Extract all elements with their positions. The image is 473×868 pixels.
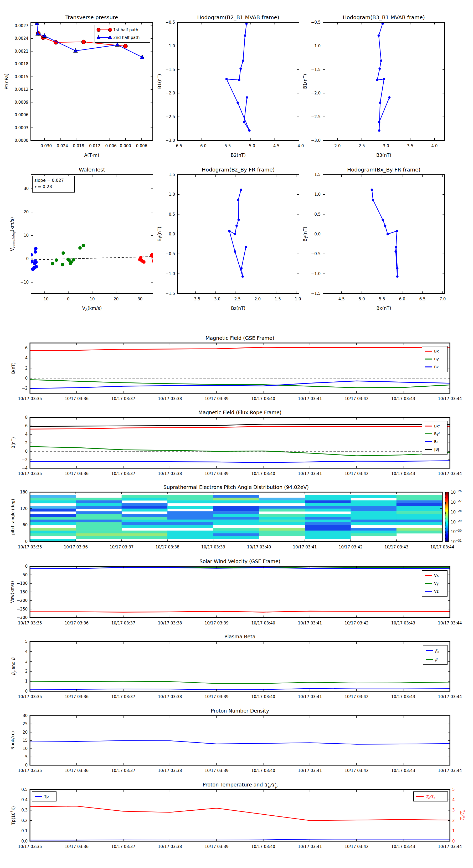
plot-area xyxy=(376,23,391,132)
y-tick-label: 3 xyxy=(25,659,28,664)
marker-dot xyxy=(376,79,378,81)
time-tick-label: 10/17 03:43 xyxy=(391,694,415,699)
legend: VxVyVz xyxy=(422,570,447,596)
y-tick-label-right: 0 xyxy=(452,839,455,843)
x-tick-label: −4.0 xyxy=(294,144,304,148)
plot-area xyxy=(30,681,450,690)
plot-area xyxy=(371,189,399,278)
marker-dot xyxy=(236,101,239,104)
time-tick-label: 10/17 03:40 xyxy=(251,396,275,401)
y-tick-label: −1.0 xyxy=(166,272,175,276)
y-tick-label: 6 xyxy=(25,346,28,350)
y-tick-label: 0.0009 xyxy=(15,100,29,105)
series-line xyxy=(30,681,450,683)
y-tick-label: 0.0 xyxy=(314,232,320,237)
x-tick-label: −5.0 xyxy=(246,144,255,148)
panel-title: Plasma Beta xyxy=(225,633,256,640)
series-line xyxy=(377,24,390,130)
panel-title: Proton Temperature and Te/Tp xyxy=(203,782,277,788)
y-tick-label: −1.5 xyxy=(311,67,320,72)
panel-walen-test: −100102030−100102030VA(km/s)Vremaining(k… xyxy=(9,175,156,312)
legend-label: Vx xyxy=(434,574,439,578)
x-ticks: −100102030 xyxy=(40,175,142,302)
y-tick-label: 0.0024 xyxy=(15,36,29,41)
plot-frame xyxy=(177,22,299,141)
x-tick-label: −3.0 xyxy=(211,297,220,302)
panel-title: Hodogram(B2_B1 MVAB frame) xyxy=(197,14,279,21)
x-ticks: 10/17 03:3510/17 03:3610/17 03:3710/17 0… xyxy=(18,642,462,699)
marker-scatter xyxy=(142,260,145,264)
colorbar-label: 10−28 xyxy=(451,509,462,515)
marker-dot xyxy=(381,23,384,25)
y-axis-label: Pt(nPa) xyxy=(4,73,9,89)
y-tick-label: 0.0000 xyxy=(15,138,29,143)
y-tick-label: 0.0003 xyxy=(15,125,29,130)
plot-area xyxy=(30,347,450,389)
time-tick-label: 10/17 03:39 xyxy=(205,396,229,401)
x-tick-label: 30 xyxy=(137,297,142,302)
time-tick-label: 10/17 03:44 xyxy=(438,471,462,476)
x-ticks: −3.5−3.0−2.5−2.0−1.5−1.0 xyxy=(191,175,301,302)
time-tick-label: 10/17 03:40 xyxy=(251,844,275,849)
marker-scatter xyxy=(33,262,36,265)
y-tick-label: 0.0018 xyxy=(15,62,29,66)
marker-dot xyxy=(244,34,246,37)
figure-canvas: −0.030−0.024−0.018−0.012−0.0060.0000.006… xyxy=(0,0,473,868)
time-tick-label: 10/17 03:38 xyxy=(158,768,182,773)
marker-scatter xyxy=(34,247,38,250)
time-tick-label: 10/17 03:36 xyxy=(65,621,89,625)
y-tick-label-right: 4 xyxy=(452,798,455,802)
y-tick-label: −1.5 xyxy=(166,291,175,296)
y-axis-label: Vsw(km/s) xyxy=(10,581,15,603)
marker-scatter xyxy=(151,259,155,263)
plot-frame xyxy=(323,175,445,293)
plot-area xyxy=(228,189,247,278)
plot-frame xyxy=(30,789,450,841)
y-tick-label: 4 xyxy=(25,649,28,654)
series-line xyxy=(30,424,450,426)
time-tick-label: 10/17 03:41 xyxy=(298,396,322,401)
time-tick-label: 10/17 03:40 xyxy=(251,621,275,625)
y-ticks: 012345 xyxy=(25,639,450,693)
legend: 1st half path2nd half path xyxy=(95,25,150,42)
y-tick-label: −2.0 xyxy=(311,91,320,95)
marker-scatter xyxy=(55,258,58,262)
y-tick-label: 0 xyxy=(25,564,28,569)
marker-circle xyxy=(97,28,100,32)
panel-title: Hodogram(B3_B1 MVAB frame) xyxy=(343,14,425,21)
y-tick-label: 0.0 xyxy=(21,839,28,843)
panel-hodogram-bxby: 4.55.05.56.06.57.0−1.5−1.0−0.50.00.51.01… xyxy=(302,172,446,311)
marker-dot xyxy=(396,275,399,278)
time-tick-label: 10/17 03:36 xyxy=(65,768,89,773)
time-tick-label: 10/17 03:35 xyxy=(18,545,42,550)
colorbar-label: 10−30 xyxy=(451,529,462,534)
marker-dot xyxy=(384,225,386,227)
x-tick-label: −6.5 xyxy=(173,144,182,148)
x-tick-label: 10 xyxy=(90,297,95,302)
panel-transverse-pressure: −0.030−0.024−0.018−0.012−0.0060.0000.006… xyxy=(4,21,153,158)
panel-hodogram-b3b1: 2.02.53.03.54.0−3.0−2.5−2.0−1.5−1.0−0.5B… xyxy=(302,20,445,158)
y-tick-label: 0.0012 xyxy=(15,87,29,92)
y-tick-label: 4 xyxy=(25,355,28,360)
panel-b-gse: 10/17 03:3510/17 03:3610/17 03:3710/17 0… xyxy=(11,343,462,401)
time-tick-label: 10/17 03:39 xyxy=(205,471,229,476)
marker-scatter xyxy=(51,262,54,266)
x-tick-label: −10 xyxy=(40,297,48,302)
marker-dot xyxy=(388,96,391,99)
time-tick-label: 10/17 03:44 xyxy=(438,844,462,849)
x-tick-label: 20 xyxy=(113,297,119,302)
marker-dot xyxy=(246,96,248,99)
time-tick-label: 10/17 03:35 xyxy=(18,396,42,401)
time-tick-label: 10/17 03:37 xyxy=(111,768,135,773)
y-tick-label: 20 xyxy=(23,730,28,735)
x-tick-label: −0.018 xyxy=(70,144,85,148)
x-tick-label: 6.0 xyxy=(399,297,405,302)
time-tick-label: 10/17 03:36 xyxy=(64,545,88,550)
y-tick-label: −2 xyxy=(22,457,28,462)
y-tick-label: 1.0 xyxy=(314,192,320,197)
series-line xyxy=(30,611,450,612)
time-tick-label: 10/17 03:41 xyxy=(298,471,322,476)
time-tick-label: 10/17 03:37 xyxy=(111,396,135,401)
y-axis-label: By(nT) xyxy=(302,227,308,242)
marker-dot xyxy=(381,219,384,221)
